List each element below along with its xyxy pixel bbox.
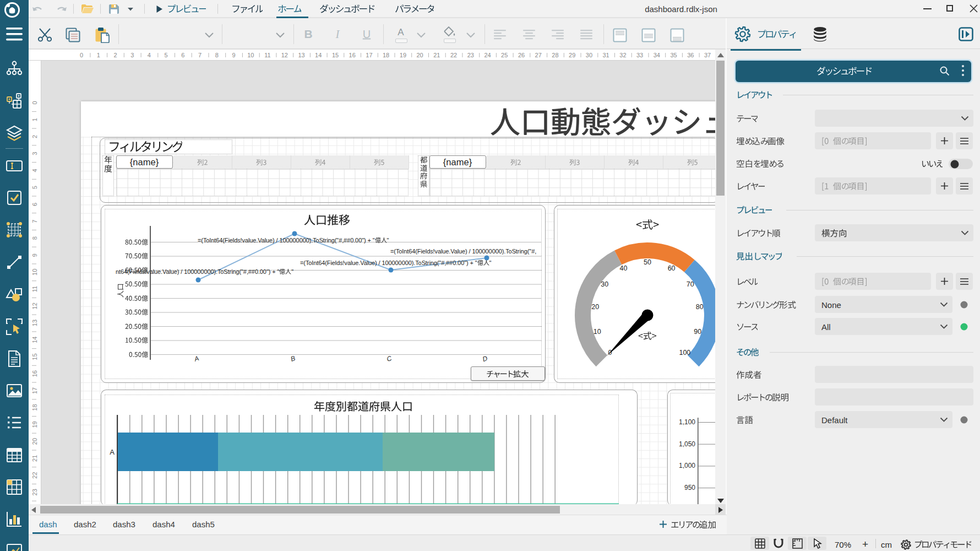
svg-text:2: 2: [31, 135, 38, 138]
svg-text:16: 16: [349, 52, 356, 58]
svg-text:32: 32: [619, 52, 626, 58]
svg-text:30: 30: [601, 280, 608, 288]
svg-text:11: 11: [264, 52, 270, 58]
svg-text:4: 4: [148, 52, 151, 58]
svg-text:0: 0: [80, 52, 83, 58]
svg-text:5: 5: [165, 52, 168, 58]
svg-text:13: 13: [298, 52, 304, 58]
svg-text:28: 28: [552, 52, 558, 58]
svg-text:26: 26: [518, 52, 525, 58]
svg-text:8: 8: [215, 52, 219, 58]
svg-text:20: 20: [31, 438, 38, 445]
svg-text:1,050: 1,050: [679, 440, 695, 448]
svg-text:30: 30: [586, 52, 592, 58]
svg-text:21: 21: [433, 52, 440, 58]
svg-text:70: 70: [687, 280, 694, 288]
svg-text:19: 19: [400, 52, 406, 58]
svg-text:80: 80: [696, 303, 704, 311]
svg-text:90: 90: [694, 328, 701, 336]
svg-text:12: 12: [281, 52, 288, 58]
svg-text:12: 12: [31, 302, 38, 309]
svg-text:10: 10: [247, 52, 254, 58]
svg-text:34: 34: [654, 52, 660, 58]
svg-text:27: 27: [535, 52, 542, 58]
svg-text:20: 20: [416, 52, 423, 58]
svg-text:15: 15: [31, 353, 38, 360]
svg-text:18: 18: [383, 52, 389, 58]
svg-text:10: 10: [594, 328, 601, 336]
svg-text:60: 60: [668, 264, 676, 272]
svg-text:37: 37: [704, 52, 711, 58]
svg-text:10: 10: [31, 269, 38, 276]
svg-text:7: 7: [31, 220, 38, 223]
svg-text:29: 29: [569, 52, 575, 58]
svg-text:24: 24: [484, 52, 491, 58]
svg-text:9: 9: [31, 253, 38, 257]
svg-text:2: 2: [113, 52, 117, 58]
svg-text:3: 3: [130, 52, 134, 58]
svg-text:23: 23: [467, 52, 474, 58]
svg-text:31: 31: [602, 52, 609, 58]
svg-text:21: 21: [31, 455, 38, 462]
svg-text:950: 950: [684, 484, 695, 491]
svg-text:35: 35: [670, 52, 677, 58]
svg-text:1,000: 1,000: [679, 462, 695, 469]
svg-text:16: 16: [31, 370, 38, 377]
svg-text:9: 9: [232, 52, 236, 58]
svg-text:40: 40: [619, 264, 627, 272]
svg-text:17: 17: [366, 52, 372, 58]
svg-text:11: 11: [31, 286, 38, 292]
svg-text:0: 0: [31, 101, 38, 104]
svg-text:6: 6: [181, 52, 184, 58]
svg-text:22: 22: [450, 52, 457, 58]
svg-text:3: 3: [31, 152, 38, 155]
svg-text:18: 18: [31, 404, 38, 410]
svg-text:100: 100: [679, 349, 690, 356]
svg-text:33: 33: [636, 52, 643, 58]
svg-text:25: 25: [501, 52, 508, 58]
svg-text:1: 1: [31, 118, 38, 121]
svg-text:5: 5: [31, 186, 38, 189]
svg-text:20: 20: [591, 303, 599, 311]
svg-text:36: 36: [687, 52, 694, 58]
svg-text:23: 23: [31, 489, 38, 495]
svg-text:1,100: 1,100: [679, 418, 695, 426]
svg-text:8: 8: [31, 236, 38, 240]
svg-text:13: 13: [31, 320, 38, 326]
svg-text:17: 17: [31, 387, 38, 394]
svg-text:22: 22: [31, 472, 38, 478]
svg-text:14: 14: [31, 337, 38, 343]
svg-text:14: 14: [315, 52, 322, 58]
svg-text:19: 19: [31, 421, 38, 428]
svg-text:50: 50: [644, 258, 651, 266]
svg-text:15: 15: [332, 52, 339, 58]
svg-text:4: 4: [31, 169, 38, 172]
svg-text:6: 6: [31, 203, 38, 206]
svg-text:7: 7: [198, 52, 202, 58]
svg-text:1: 1: [97, 52, 100, 58]
